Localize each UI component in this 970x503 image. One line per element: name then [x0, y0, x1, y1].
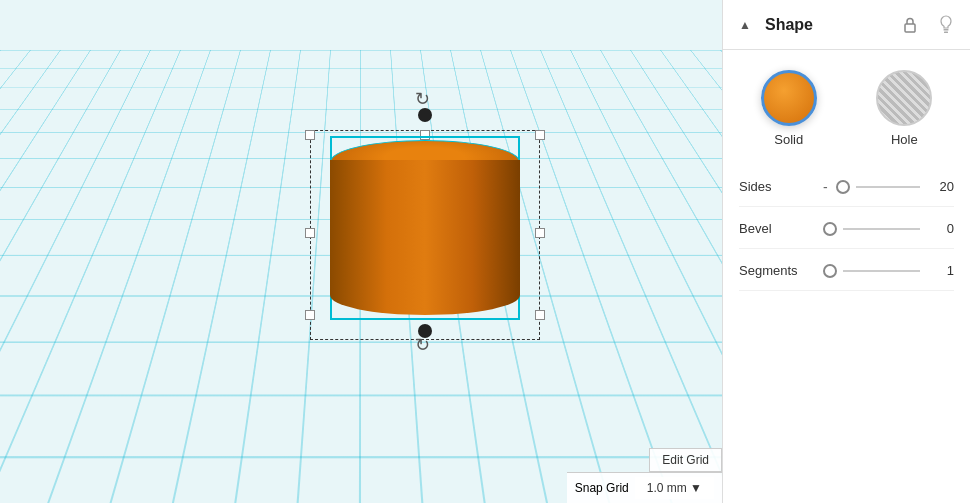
- top-drag-handle[interactable]: [418, 108, 432, 122]
- prop-slider-segments[interactable]: [819, 264, 924, 278]
- svg-rect-0: [905, 24, 915, 32]
- slider-track-sides[interactable]: [856, 186, 920, 188]
- bottom-drag-handle[interactable]: [418, 324, 432, 338]
- prop-value-bevel: 0: [924, 221, 954, 236]
- prop-label-sides: Sides: [739, 179, 819, 194]
- cylinder-object[interactable]: ↺ ↻: [330, 120, 520, 320]
- resize-handle-mid-left[interactable]: [305, 228, 315, 238]
- lightbulb-icon: [938, 15, 954, 35]
- slider-track-bevel[interactable]: [843, 228, 920, 230]
- resize-handle-top-left[interactable]: [305, 130, 315, 140]
- panel-title: Shape: [765, 16, 888, 34]
- prop-row-sides: Sides - 20: [739, 167, 954, 207]
- props-section: Sides - 20 Bevel 0 Segments 1: [723, 159, 970, 299]
- solid-label: Solid: [774, 132, 803, 147]
- resize-handle-bottom-left[interactable]: [305, 310, 315, 320]
- panel-header: ▲ Shape: [723, 0, 970, 50]
- minus-button-sides[interactable]: -: [823, 179, 828, 195]
- prop-slider-bevel[interactable]: [819, 222, 924, 236]
- resize-handle-top-mid[interactable]: [420, 130, 430, 140]
- slider-dot-bevel[interactable]: [823, 222, 837, 236]
- prop-label-bevel: Bevel: [739, 221, 819, 236]
- snap-value-dropdown[interactable]: 1.0 mm ▼: [635, 477, 714, 499]
- lock-icon: [902, 16, 918, 34]
- lightbulb-button[interactable]: [932, 11, 960, 39]
- svg-rect-2: [944, 31, 948, 33]
- collapse-button[interactable]: ▲: [733, 13, 757, 37]
- lock-button[interactable]: [896, 11, 924, 39]
- resize-handle-top-right[interactable]: [535, 130, 545, 140]
- shape-type-row: Solid Hole: [723, 50, 970, 159]
- hole-label: Hole: [891, 132, 918, 147]
- slider-dot-sides[interactable]: [836, 180, 850, 194]
- bottom-right-bar: Edit Grid Snap Grid 1.0 mm ▼: [567, 448, 722, 503]
- svg-rect-1: [944, 29, 949, 31]
- cylinder-body: [330, 140, 520, 320]
- prop-row-segments: Segments 1: [739, 251, 954, 291]
- slider-track-segments[interactable]: [843, 270, 920, 272]
- snap-grid-bar: Snap Grid 1.0 mm ▼: [567, 472, 722, 503]
- 3d-viewport[interactable]: ↺ ↻ Edit Grid Snap Grid 1.0 mm ▼: [0, 0, 722, 503]
- slider-dot-segments[interactable]: [823, 264, 837, 278]
- edit-grid-button[interactable]: Edit Grid: [649, 448, 722, 472]
- resize-handle-mid-right[interactable]: [535, 228, 545, 238]
- prop-value-sides: 20: [924, 179, 954, 194]
- hole-circle: [876, 70, 932, 126]
- prop-label-segments: Segments: [739, 263, 819, 278]
- prop-row-bevel: Bevel 0: [739, 209, 954, 249]
- resize-handle-bottom-right[interactable]: [535, 310, 545, 320]
- solid-option[interactable]: Solid: [761, 70, 817, 147]
- snap-grid-label: Snap Grid: [575, 481, 629, 495]
- hole-option[interactable]: Hole: [876, 70, 932, 147]
- prop-value-segments: 1: [924, 263, 954, 278]
- prop-slider-sides[interactable]: -: [819, 179, 924, 195]
- shape-panel: ▲ Shape Solid Hole: [722, 0, 970, 503]
- cylinder-side-face: [330, 160, 520, 315]
- solid-circle: [761, 70, 817, 126]
